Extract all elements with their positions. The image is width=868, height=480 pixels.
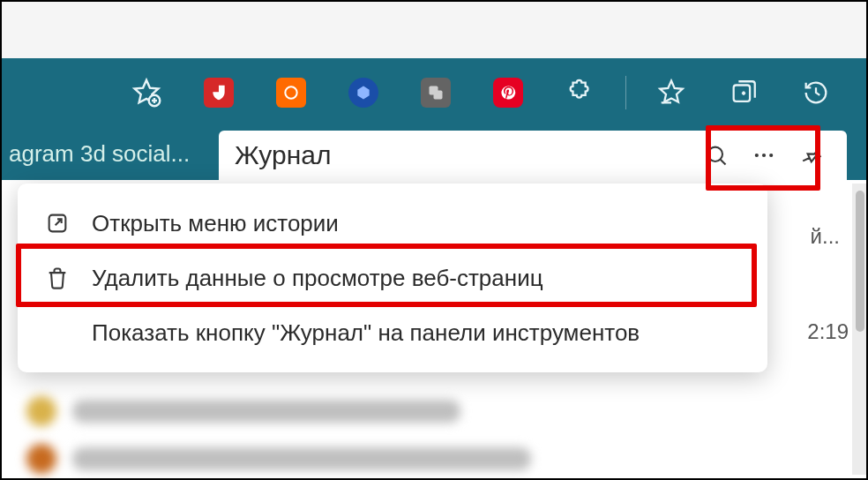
menu-label: Показать кнопку "Журнал" на панели инстр… [92,319,640,347]
history-more-button[interactable] [745,136,783,175]
svg-point-7 [762,154,766,157]
toolbar-separator [625,76,626,109]
history-panel-header: Журнал [219,131,847,180]
menu-label: Открыть меню истории [92,210,339,237]
svg-point-6 [755,154,759,157]
history-side-fragment: й... 2:19 [755,182,852,344]
history-context-menu: Открыть меню истории Удалить данные о пр… [18,184,767,372]
favorites-button[interactable] [651,72,692,113]
svg-point-8 [769,154,773,157]
scrollbar-thumb[interactable] [856,191,864,332]
blurred-history-row [26,394,485,429]
browser-toolbar [0,58,868,127]
add-favorite-button[interactable] [126,72,167,113]
bookmark-item[interactable]: agram 3d social... [9,140,190,168]
history-pin-button[interactable] [792,136,831,175]
history-title: Журнал [235,140,688,170]
history-button[interactable] [796,72,836,113]
metamask-extension[interactable] [343,72,384,113]
opera-extension[interactable] [271,72,311,113]
history-time: 2:19 [755,319,849,344]
svg-rect-3 [434,91,443,100]
history-search-button[interactable] [697,136,736,175]
bookmark-label: agram 3d social... [9,140,190,168]
ublock-extension[interactable] [198,72,239,113]
open-in-new-icon [42,208,72,238]
menu-open-history[interactable]: Открыть меню истории [18,196,767,251]
blurred-history-row [26,441,556,476]
translator-extension[interactable] [415,72,456,113]
svg-point-5 [708,147,722,161]
pinterest-extension[interactable] [488,72,528,113]
svg-point-1 [285,86,296,98]
menu-label: Удалить данные о просмотре веб-страниц [92,265,543,292]
history-text-fragment: й... [755,224,840,249]
menu-clear-browsing-data[interactable]: Удалить данные о просмотре веб-страниц [18,251,767,305]
history-scrollbar[interactable] [852,184,868,475]
menu-show-history-button[interactable]: Показать кнопку "Журнал" на панели инстр… [18,305,767,360]
collections-button[interactable] [723,72,764,113]
trash-icon [42,263,72,293]
extensions-button[interactable] [560,72,601,113]
